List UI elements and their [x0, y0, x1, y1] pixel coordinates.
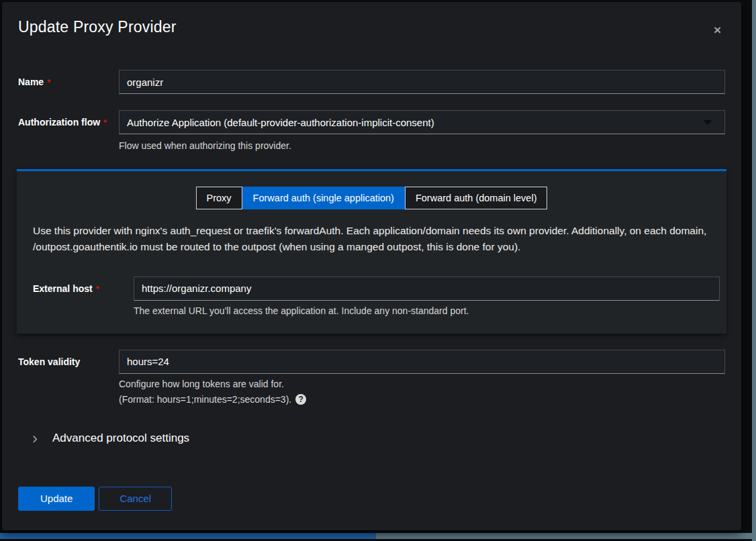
mode-toggle-group: Proxy Forward auth (single application) … [33, 187, 710, 209]
name-input[interactable] [119, 70, 725, 94]
external-host-label-text: External host [33, 283, 93, 294]
token-validity-format-text: (Format: hours=1;minutes=2;seconds=3). [119, 393, 291, 406]
name-label: Name* [18, 77, 119, 87]
authorization-flow-label: Authorization flow* [18, 117, 119, 128]
background-edge-right [752, 0, 756, 541]
advanced-protocol-settings-toggle[interactable]: › Advanced protocol settings [18, 430, 725, 446]
chevron-right-icon: › [32, 430, 52, 446]
mode-description: Use this provider with nginx's auth_requ… [33, 223, 710, 255]
name-field-row: Name* [18, 70, 725, 94]
external-host-label: External host* [33, 283, 134, 294]
background-edge-bottom-teal [376, 533, 752, 539]
token-validity-help-line1: Configure how long tokens are valid for. [119, 378, 725, 391]
external-host-row: External host* The external URL you'll a… [33, 277, 710, 317]
authorization-flow-help: Flow used when authorizing this provider… [119, 140, 725, 152]
tab-proxy[interactable]: Proxy [196, 187, 242, 209]
name-label-text: Name [18, 77, 44, 87]
close-icon[interactable]: × [710, 21, 725, 39]
authorization-flow-row: Authorization flow* Authorize Applicatio… [18, 110, 725, 152]
token-validity-help-line2: (Format: hours=1;minutes=2;seconds=3). ? [119, 393, 725, 406]
required-asterisk: * [96, 284, 99, 294]
chevron-down-icon [704, 120, 712, 125]
external-host-input[interactable] [134, 277, 720, 301]
cancel-button[interactable]: Cancel [99, 487, 172, 511]
required-asterisk: * [103, 117, 107, 128]
advanced-protocol-settings-label: Advanced protocol settings [52, 432, 189, 445]
modal-header: Update Proxy Provider × [18, 18, 725, 39]
token-validity-input[interactable] [119, 350, 725, 374]
required-asterisk: * [47, 77, 50, 87]
token-validity-label-text: Token validity [18, 356, 80, 367]
token-validity-label: Token validity [18, 356, 119, 367]
tab-forward-auth-single-application[interactable]: Forward auth (single application) [242, 187, 405, 209]
update-proxy-provider-modal: Update Proxy Provider × Name* Authorizat… [2, 2, 741, 530]
authorization-flow-select[interactable]: Authorize Application (default-provider-… [119, 110, 725, 134]
token-validity-row: Token validity Configure how long tokens… [18, 350, 725, 406]
update-button[interactable]: Update [18, 487, 95, 511]
tab-forward-auth-domain-level[interactable]: Forward auth (domain level) [405, 187, 548, 209]
authorization-flow-selected-value: Authorize Application (default-provider-… [127, 117, 434, 128]
external-host-help: The external URL you'll access the appli… [134, 305, 720, 317]
provider-mode-card: Proxy Forward auth (single application) … [17, 169, 726, 334]
modal-footer: Update Cancel [18, 487, 725, 511]
help-icon[interactable]: ? [295, 394, 306, 405]
authorization-flow-label-text: Authorization flow [18, 117, 100, 128]
page-title: Update Proxy Provider [18, 18, 177, 36]
background-edge-bottom-blue [0, 533, 376, 539]
